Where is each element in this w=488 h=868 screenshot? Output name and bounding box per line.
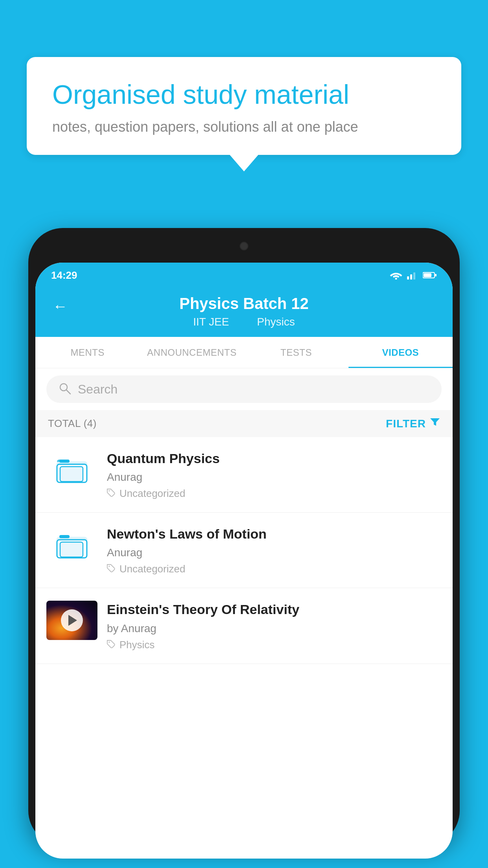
tab-ments[interactable]: MENTS [35,337,140,368]
phone-outer: 14:29 [28,228,460,845]
video-author-1: Anurag [107,471,442,484]
tag-label-3: Physics [119,639,155,651]
svg-rect-1 [407,276,409,280]
list-item[interactable]: Einstein's Theory Of Relativity by Anura… [35,588,453,664]
status-bar: 14:29 [35,263,453,288]
tag-label-2: Uncategorized [119,563,185,575]
back-button[interactable]: ← [47,295,73,318]
app-bar-top: ← Physics Batch 12 [51,295,437,313]
battery-icon [423,272,437,279]
filter-funnel-icon [430,417,440,430]
search-icon [58,382,72,397]
play-button[interactable] [61,609,83,631]
video-author-2: Anurag [107,546,442,559]
tab-videos[interactable]: VIDEOS [349,337,453,368]
total-count: TOTAL (4) [48,417,97,430]
svg-rect-2 [410,274,412,280]
folder-thumb-2 [46,525,97,565]
video-tag-2: Uncategorized [107,563,442,575]
tabs-container: MENTS ANNOUNCEMENTS TESTS VIDEOS [35,337,453,368]
status-time: 14:29 [51,269,77,281]
folder-icon [56,454,88,485]
tab-tests[interactable]: TESTS [244,337,349,368]
svg-rect-6 [435,274,437,276]
filter-label: FILTER [386,417,426,430]
svg-rect-16 [59,535,70,538]
search-placeholder: Search [78,382,117,397]
svg-rect-17 [60,542,83,557]
svg-rect-12 [60,467,83,482]
speech-bubble-card: Organised study material notes, question… [27,57,461,155]
tab-announcements[interactable]: ANNOUNCEMENTS [140,337,244,368]
video-thumbnail-3 [46,601,97,640]
video-info-2: Newton's Laws of Motion Anurag Uncategor… [107,525,442,575]
phone-camera [240,242,248,250]
svg-point-0 [395,278,397,280]
video-info-3: Einstein's Theory Of Relativity by Anura… [107,601,442,651]
svg-line-8 [66,390,70,394]
folder-icon [56,529,88,561]
subtitle-part1: IIT JEE [193,316,229,328]
svg-rect-3 [413,272,415,280]
video-title-2: Newton's Laws of Motion [107,525,442,542]
list-item[interactable]: Newton's Laws of Motion Anurag Uncategor… [35,513,453,588]
video-tag-1: Uncategorized [107,487,442,500]
subtitle-separator [240,316,246,328]
video-author-3: by Anurag [107,622,442,635]
search-bar[interactable]: Search [46,375,442,403]
search-bar-wrapper: Search [35,368,453,410]
filter-row: TOTAL (4) FILTER [35,410,453,437]
status-icons [390,271,437,280]
phone-notch [213,235,275,257]
tag-label-1: Uncategorized [119,487,185,500]
svg-rect-5 [424,273,431,277]
phone-mockup: 14:29 [28,228,460,868]
play-triangle-icon [68,615,77,626]
app-bar-subtitle: IIT JEE Physics [189,316,299,328]
tag-icon-1 [107,487,116,500]
phone-top-bar [35,235,453,263]
video-tag-3: Physics [107,639,442,651]
svg-point-13 [109,490,110,491]
video-title-1: Quantum Physics [107,450,442,467]
speech-bubble-subtitle: notes, question papers, solutions all at… [52,119,436,135]
tag-icon-3 [107,639,116,651]
svg-point-18 [109,566,110,567]
svg-rect-11 [59,460,70,463]
phone-screen: 14:29 [35,263,453,859]
signal-icon [407,271,418,280]
video-list: Quantum Physics Anurag Uncategorized [35,437,453,664]
app-bar: ← Physics Batch 12 IIT JEE Physics [35,288,453,337]
svg-point-19 [109,642,110,643]
wifi-icon [390,271,402,280]
speech-bubble-title: Organised study material [52,79,436,111]
folder-thumb-1 [46,450,97,489]
video-title-3: Einstein's Theory Of Relativity [107,601,442,618]
list-item[interactable]: Quantum Physics Anurag Uncategorized [35,437,453,513]
filter-button[interactable]: FILTER [386,417,440,430]
app-bar-title: Physics Batch 12 [179,295,308,313]
tag-icon-2 [107,563,116,575]
video-info-1: Quantum Physics Anurag Uncategorized [107,450,442,500]
subtitle-part2: Physics [257,316,295,328]
